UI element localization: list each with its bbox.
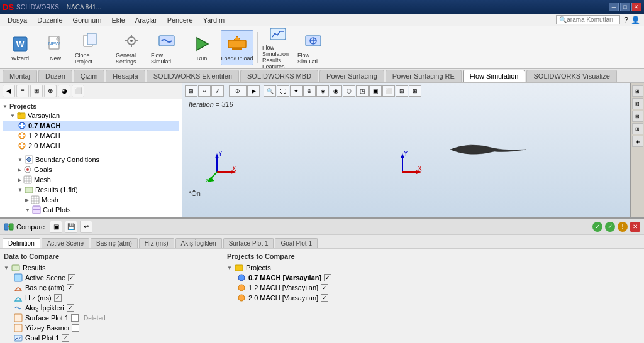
tree-results[interactable]: ▼ Results (1.fld) [3, 185, 179, 195]
vp-btn-4[interactable]: 🔍 [264, 85, 276, 97]
load-unload-btn[interactable]: Load/Unload [221, 30, 253, 65]
vp-btn-2[interactable]: ↔ [198, 85, 211, 97]
compare-tab-basinc[interactable]: Basınç (atm) [91, 238, 138, 248]
active-scene-check[interactable]: ✓ [68, 274, 75, 281]
menu-gorunum[interactable]: Görünüm [68, 15, 107, 25]
tab-flow-simulation[interactable]: Flow Simulation [463, 70, 526, 82]
tree-mesh[interactable]: ▶ Mesh [3, 175, 179, 185]
tab-power-surfacing[interactable]: Power Surfacing [319, 70, 384, 82]
help-icon[interactable]: ? [624, 16, 628, 24]
compare-tab-surface-plot[interactable]: Surface Plot 1 [223, 238, 274, 248]
user-icon[interactable]: 👤 [631, 16, 640, 24]
yuzey-basinc-check[interactable] [72, 324, 79, 332]
vp-btn-8[interactable]: ◈ [316, 85, 329, 97]
panel-chart-btn[interactable]: ◕ [58, 85, 70, 97]
vp-btn-15[interactable]: ⊞ [409, 85, 421, 97]
panel-collapse-btn[interactable]: ◀ [3, 85, 15, 97]
vp-btn-11[interactable]: ◳ [356, 85, 369, 97]
warning-btn[interactable]: ! [618, 222, 628, 232]
general-settings-btn[interactable]: General Settings [115, 30, 148, 65]
compare-12mach-project[interactable]: 1.2 MACH [Varsayılan] ✓ [227, 283, 640, 293]
menu-dosya[interactable]: Dosya [3, 15, 32, 25]
clone-project-btn[interactable]: Clone Project [74, 30, 107, 65]
vp-right-btn-4[interactable]: ⊞ [632, 123, 643, 134]
akis-check[interactable]: ✓ [67, 304, 74, 312]
compare-07mach-project[interactable]: 0.7 MACH [Varsayılan] ✓ [227, 273, 640, 283]
tab-sw-eklentileri[interactable]: SOLIDWORKS Eklentileri [147, 70, 239, 82]
tree-results-mesh[interactable]: ▶ Mesh [3, 195, 179, 205]
tree-07mach[interactable]: 0.7 MACH [3, 121, 179, 131]
menu-yardim[interactable]: Yardım [198, 15, 230, 25]
tree-20mach[interactable]: 2.0 MACH [3, 141, 179, 151]
wizard-btn[interactable]: W Wizard [4, 30, 36, 65]
compare-tab-goal-plot[interactable]: Goal Plot 1 [275, 238, 317, 248]
compare-projects-root[interactable]: ▼ Projects [227, 263, 640, 273]
vp-btn-10[interactable]: ⬡ [343, 85, 355, 97]
compare-tab-definition[interactable]: Definition [3, 238, 40, 248]
panel-view1-btn[interactable]: ≡ [16, 85, 29, 97]
compare-back-btn[interactable]: ↩ [80, 220, 92, 233]
tab-power-surfacing-re[interactable]: Power Surfacing RE [386, 70, 462, 82]
panel-target-btn[interactable]: ⊕ [44, 85, 57, 97]
menu-ekle[interactable]: Ekle [106, 15, 130, 25]
confirm-btn[interactable]: ✓ [592, 222, 602, 232]
tab-duzen[interactable]: Düzen [38, 70, 72, 82]
panel-view2-btn[interactable]: ⊞ [30, 85, 43, 97]
vp-btn-13[interactable]: ⬜ [382, 85, 395, 97]
vp-btn-7[interactable]: ⊕ [303, 85, 316, 97]
compare-20mach-project[interactable]: 2.0 MACH [Varsayılan] ✓ [227, 293, 640, 303]
vp-right-btn-3[interactable]: ⊟ [632, 111, 643, 122]
close-compare-btn[interactable]: ✕ [630, 222, 640, 232]
minimize-btn[interactable]: ─ [609, 3, 619, 11]
panel-extra-btn[interactable]: ⬜ [72, 85, 84, 97]
restore-btn[interactable]: □ [620, 3, 630, 11]
run-btn[interactable]: Run [186, 30, 218, 65]
compare-hiz[interactable]: Hız (ms) ✓ [4, 293, 219, 303]
project-20mach-check[interactable]: ✓ [321, 294, 328, 302]
new-btn[interactable]: NEW New [39, 30, 72, 65]
tree-12mach[interactable]: 1.2 MACH [3, 131, 179, 141]
ok-btn[interactable]: ✓ [605, 222, 615, 232]
compare-tab-hiz[interactable]: Hız (ms) [139, 238, 174, 248]
vp-right-btn-5[interactable]: ◈ [632, 136, 643, 147]
compare-save-btn[interactable]: 💾 [65, 220, 77, 233]
flow-simulation-btn[interactable]: Flow Simulati... [150, 30, 183, 65]
tree-boundary[interactable]: ▼ Boundary Conditions [3, 155, 179, 165]
basinc-check[interactable]: ✓ [67, 284, 74, 291]
vp-right-btn-2[interactable]: ⊠ [632, 98, 643, 109]
vp-btn-14[interactable]: ⊟ [396, 85, 408, 97]
flow-simulati2-btn[interactable]: Flow Simulati... [297, 30, 330, 65]
tab-cizim[interactable]: Çizim [74, 70, 105, 82]
compare-results-root[interactable]: ▼ Results [4, 263, 219, 273]
compare-tab-active-scene[interactable]: Active Scene [42, 238, 89, 248]
vp-right-btn-1[interactable]: ⊞ [632, 85, 643, 97]
project-12mach-check[interactable]: ✓ [321, 284, 328, 291]
hiz-check[interactable]: ✓ [54, 294, 62, 302]
project-07mach-check[interactable]: ✓ [324, 274, 331, 281]
tree-goals[interactable]: ▶ Goals [3, 165, 179, 175]
compare-active-scene[interactable]: Active Scene ✓ [4, 273, 219, 283]
compare-panel-btn[interactable]: ▣ [50, 220, 62, 233]
compare-akis[interactable]: Akış İpçikleri ✓ [4, 303, 219, 313]
compare-surface-plot[interactable]: Surface Plot 1 Deleted [4, 313, 219, 323]
menu-pencere[interactable]: Pencere [162, 15, 198, 25]
menu-araclar[interactable]: Araçlar [130, 15, 162, 25]
vp-btn-6[interactable]: ✦ [290, 85, 303, 97]
search-input[interactable] [567, 16, 617, 23]
tab-sw-mbd[interactable]: SOLIDWORKS MBD [240, 70, 318, 82]
tab-sw-visualize[interactable]: SOLIDWORKS Visualize [526, 70, 616, 82]
vp-btn-5[interactable]: ⛶ [277, 85, 289, 97]
vp-btn-9[interactable]: ◉ [330, 85, 342, 97]
compare-goal-plot[interactable]: Goal Plot 1 ✓ [4, 333, 219, 343]
tree-cutplots[interactable]: ▼ Cut Plots [3, 205, 179, 215]
close-btn[interactable]: ✕ [631, 3, 641, 11]
vp-orient-btn[interactable]: ⊙ [229, 85, 247, 97]
vp-btn-1[interactable]: ⊞ [185, 85, 197, 97]
tree-varsayilan[interactable]: ▼ Varsayılan [3, 111, 179, 121]
vp-btn-12[interactable]: ▣ [369, 85, 382, 97]
menu-duzenle[interactable]: Düzenle [32, 15, 67, 25]
compare-basinc[interactable]: Basınç (atm) ✓ [4, 283, 219, 293]
compare-tab-akis[interactable]: Akış İpçikleri [175, 238, 222, 248]
surface-plot-check[interactable] [71, 314, 79, 322]
goal-plot-check[interactable]: ✓ [62, 334, 69, 342]
